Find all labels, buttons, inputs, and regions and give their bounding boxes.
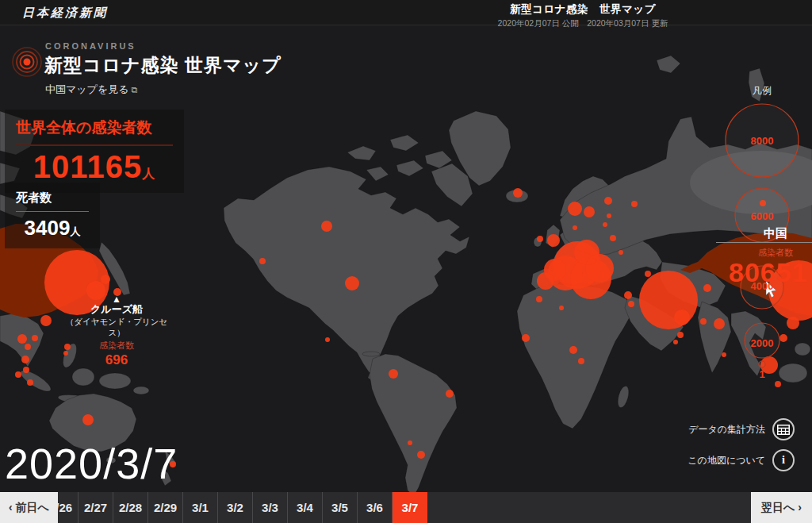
world-infections-box: 世界全体の感染者数 101165人 <box>5 110 184 193</box>
tooltip-infections-value: 80651 <box>729 257 808 288</box>
infection-bubble[interactable] <box>537 236 543 242</box>
cruise-infections-value: 696 <box>63 352 170 369</box>
infection-bubble[interactable] <box>787 317 799 329</box>
infection-bubble[interactable] <box>619 250 623 255</box>
infection-bubble[interactable] <box>607 213 611 218</box>
infection-bubble[interactable] <box>603 222 607 227</box>
infection-bubble[interactable] <box>27 379 33 386</box>
infection-bubble[interactable] <box>677 332 684 338</box>
deaths-box: 死者数 3409人 <box>5 183 100 248</box>
date-tab-3-3[interactable]: 3/3 <box>253 492 288 523</box>
infection-bubble[interactable] <box>21 356 29 363</box>
world-infections-label: 世界全体の感染者数 <box>16 117 173 146</box>
tooltip-divider <box>716 242 812 243</box>
infection-bubble[interactable] <box>446 390 454 398</box>
infection-bubble[interactable] <box>417 451 425 459</box>
data-method-link[interactable]: データの集計方法 <box>688 418 795 440</box>
data-method-label: データの集計方法 <box>688 423 765 436</box>
cruise-ship-annotation: ▲ クルーズ船 （ダイヤモンド・プリンセス） 感染者数 696 <box>63 295 170 370</box>
coronavirus-world-map-app: 日本経済新聞 新型コロナ感染 世界マップ 2020年02月07日 公開 2020… <box>0 0 812 523</box>
date-tab-3-7[interactable]: 3/7 <box>393 492 427 523</box>
infection-bubble[interactable] <box>631 201 638 207</box>
date-tab-3-4[interactable]: 3/4 <box>288 492 323 523</box>
infection-bubble[interactable] <box>673 340 678 344</box>
infection-bubble[interactable] <box>578 358 584 364</box>
infection-bubble[interactable] <box>624 291 632 299</box>
info-icon[interactable]: i <box>772 449 795 471</box>
date-tab-3-6[interactable]: 3/6 <box>358 492 393 523</box>
infection-bubble[interactable] <box>645 271 651 277</box>
tooltip-country: 中国 <box>730 226 812 241</box>
cruise-ship-subname: （ダイヤモンド・プリンセス） <box>63 317 170 338</box>
table-icon[interactable] <box>772 418 795 440</box>
infection-bubble[interactable] <box>547 234 560 247</box>
infection-bubble[interactable] <box>82 414 94 425</box>
external-link-icon: ⧉ <box>132 85 138 94</box>
deaths-value: 3409人 <box>16 216 89 240</box>
cruise-ship-name: クルーズ船 <box>63 303 170 317</box>
next-day-button[interactable]: 翌日へ › <box>751 492 812 523</box>
cruise-infections-label: 感染者数 <box>63 340 170 351</box>
infection-bubble[interactable] <box>408 440 412 445</box>
infection-bubble[interactable] <box>569 346 577 354</box>
date-tab-3-1[interactable]: 3/1 <box>183 492 218 523</box>
infection-bubble[interactable] <box>259 258 266 264</box>
infection-bubble[interactable] <box>40 315 52 326</box>
infection-bubble[interactable] <box>101 275 110 284</box>
infection-bubble[interactable] <box>522 334 530 342</box>
infection-bubble[interactable] <box>700 318 707 325</box>
infection-bubble[interactable] <box>628 301 634 307</box>
date-tab-3-2[interactable]: 3/2 <box>218 492 253 523</box>
infection-bubble[interactable] <box>17 334 27 344</box>
nikkei-logo[interactable]: 日本経済新聞 <box>22 6 108 21</box>
header-dates: 2020年02月07日 公開 2020年03月07日 更新 <box>492 18 674 29</box>
infection-bubble[interactable] <box>32 335 38 341</box>
infection-bubble[interactable] <box>775 381 781 387</box>
infection-bubble[interactable] <box>714 318 725 329</box>
infection-bubble[interactable] <box>389 369 398 379</box>
header-title: 新型コロナ感染 世界マップ <box>492 2 674 17</box>
kicker-label: CORONAVIRUS <box>45 41 282 51</box>
legend-circle <box>759 361 765 367</box>
infection-bubble[interactable] <box>703 284 711 292</box>
infection-bubble[interactable] <box>584 206 595 217</box>
infection-bubble[interactable] <box>610 235 616 241</box>
world-infections-value: 101165人 <box>16 149 173 185</box>
infection-bubble[interactable] <box>585 254 614 283</box>
date-tab-2-27[interactable]: 2/27 <box>79 492 113 523</box>
hero-block: CORONAVIRUS 新型コロナ感染 世界マップ 中国マップを見る⧉ <box>10 41 282 97</box>
infection-bubble[interactable] <box>604 197 612 205</box>
date-tabs: 2/262/272/282/293/13/23/33/43/53/63/7 <box>44 492 427 523</box>
date-tab-2-28[interactable]: 2/28 <box>113 492 148 523</box>
infection-bubble[interactable] <box>25 344 31 350</box>
about-map-label: この地図について <box>688 454 765 467</box>
infection-bubble[interactable] <box>536 296 542 302</box>
world-infections-number: 101165 <box>33 149 142 184</box>
infection-bubble[interactable] <box>23 367 29 373</box>
infection-bubble[interactable] <box>15 371 21 378</box>
infection-bubble[interactable] <box>559 306 564 310</box>
legend-value-label: 8000 <box>730 135 794 147</box>
infection-bubble[interactable] <box>537 272 554 290</box>
infection-bubble[interactable] <box>513 188 523 198</box>
about-map-link[interactable]: この地図について i <box>688 449 795 471</box>
coronavirus-icon <box>10 44 44 79</box>
date-tab-2-29[interactable]: 2/29 <box>148 492 183 523</box>
china-map-link[interactable]: 中国マップを見る⧉ <box>45 83 282 97</box>
infection-bubble[interactable] <box>345 276 359 290</box>
infection-bubble[interactable] <box>325 337 330 342</box>
deaths-label: 死者数 <box>16 190 89 212</box>
page-title: 新型コロナ感染 世界マップ <box>44 53 282 78</box>
infection-bubble[interactable] <box>321 221 332 232</box>
legend-title: 凡例 <box>730 84 794 98</box>
legend-value-label: 1 <box>730 368 794 380</box>
world-infections-unit: 人 <box>142 167 155 180</box>
previous-day-button[interactable]: ‹ 前日へ <box>0 492 58 523</box>
infection-bubble[interactable] <box>674 310 690 325</box>
date-tab-3-5[interactable]: 3/5 <box>323 492 358 523</box>
infection-bubble[interactable] <box>722 352 726 357</box>
infection-bubble[interactable] <box>573 225 577 230</box>
china-map-link-label: 中国マップを見る <box>45 83 129 95</box>
current-date-display: 2020/3/7 <box>5 439 178 488</box>
infection-bubble[interactable] <box>568 202 582 216</box>
